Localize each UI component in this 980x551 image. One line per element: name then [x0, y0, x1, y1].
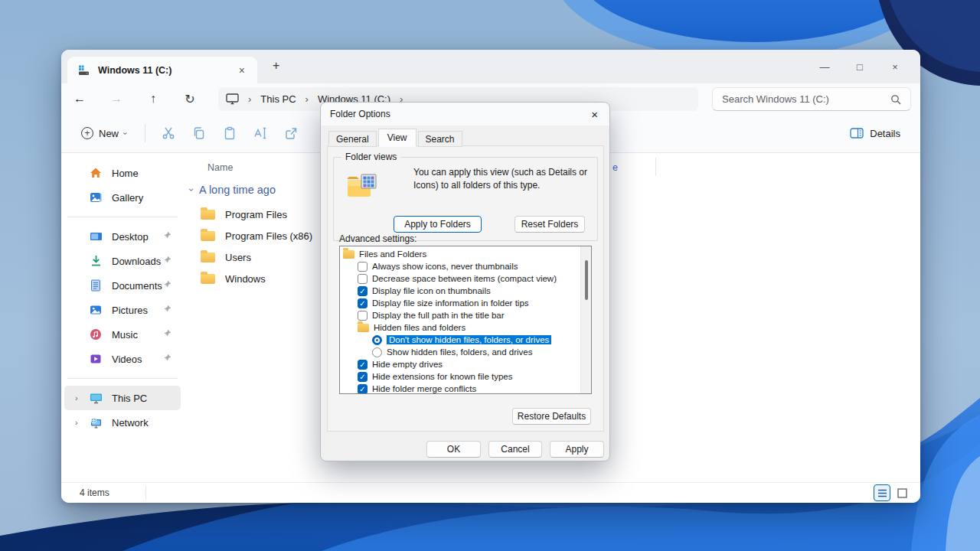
restore-defaults-button[interactable]: Restore Defaults — [512, 408, 591, 425]
checkbox[interactable] — [358, 372, 368, 382]
copy-button[interactable] — [184, 120, 214, 146]
apply-button[interactable]: Apply — [550, 441, 604, 458]
pin-icon — [163, 256, 172, 264]
rename-button[interactable] — [245, 120, 276, 146]
advanced-setting-row[interactable]: Display file size information in folder … — [340, 297, 591, 309]
up-button[interactable]: ↑ — [135, 92, 172, 106]
column-separator — [655, 158, 656, 176]
setting-label: Show hidden files, folders, and drives — [387, 347, 533, 357]
maximize-button[interactable]: □ — [842, 61, 877, 73]
chevron-down-icon: › — [121, 132, 129, 134]
setting-label: Hide extensions for known file types — [372, 372, 512, 381]
breadcrumb-this-pc[interactable]: This PC — [260, 93, 296, 105]
refresh-button[interactable]: ↻ — [172, 92, 208, 106]
advanced-setting-row[interactable]: Don't show hidden files, folders, or dri… — [340, 334, 591, 346]
new-button[interactable]: + New › — [74, 122, 134, 144]
advanced-setting-row[interactable]: Hide extensions for known file types — [340, 370, 591, 383]
sidebar-item-downloads[interactable]: Downloads — [64, 249, 181, 273]
gallery-icon — [89, 191, 103, 204]
sidebar-divider — [67, 378, 178, 379]
forward-button[interactable]: → — [98, 92, 135, 106]
tab-close-icon[interactable]: × — [234, 64, 250, 77]
scrollbar-track[interactable] — [580, 246, 591, 393]
cut-button[interactable] — [153, 120, 184, 146]
large-icons-icon — [897, 488, 907, 498]
new-tab-button[interactable]: + — [266, 59, 286, 73]
sidebar-item-music[interactable]: Music — [64, 322, 181, 347]
search-placeholder: Search Windows 11 (C:) — [722, 93, 890, 105]
checkbox[interactable] — [358, 311, 368, 321]
sidebar-divider — [67, 217, 178, 217]
radio-button[interactable] — [372, 335, 382, 345]
chevron-down-icon[interactable]: › — [186, 188, 197, 191]
checkbox[interactable] — [358, 384, 368, 394]
breadcrumb-separator: › — [248, 93, 251, 105]
sidebar-item-documents[interactable]: Documents — [64, 273, 181, 298]
reset-folders-button[interactable]: Reset Folders — [514, 216, 585, 233]
setting-label: Display the full path in the title bar — [372, 311, 505, 320]
advanced-setting-row[interactable]: Hide folder merge conflicts — [340, 383, 591, 394]
ok-button[interactable]: OK — [426, 441, 481, 458]
minimize-button[interactable]: — — [807, 61, 842, 73]
checkbox[interactable] — [358, 298, 368, 308]
column-header-name[interactable]: Name — [207, 162, 233, 173]
tab-search[interactable]: Search — [418, 131, 462, 147]
pin-icon — [163, 305, 172, 313]
network-icon — [89, 416, 103, 429]
file-name: Windows — [225, 273, 266, 285]
icons-view-toggle[interactable] — [894, 485, 910, 500]
advanced-setting-row[interactable]: Files and Folders — [340, 248, 591, 260]
back-button[interactable]: ← — [61, 92, 98, 106]
sidebar-item-videos[interactable]: Videos — [64, 347, 181, 371]
tab-bar: Windows 11 (C:) × + — □ × — [61, 50, 920, 83]
sidebar-item-desktop[interactable]: Desktop — [64, 224, 181, 249]
paste-button[interactable] — [214, 120, 245, 146]
advanced-setting-row[interactable]: Display file icon on thumbnails — [340, 285, 591, 297]
folder-views-description: You can apply this view (such as Details… — [413, 166, 593, 191]
tab-general[interactable]: General — [328, 131, 377, 147]
search-input[interactable]: Search Windows 11 (C:) — [712, 87, 911, 111]
advanced-setting-row[interactable]: Show hidden files, folders, and drives — [340, 346, 591, 358]
folder-icon — [201, 274, 215, 284]
pin-icon — [163, 329, 172, 337]
search-icon — [890, 94, 901, 105]
videos-icon — [89, 352, 103, 366]
advanced-settings-list[interactable]: Files and Folders Always show icons, nev… — [339, 246, 592, 394]
checkbox[interactable] — [358, 286, 368, 296]
setting-label: Hide empty drives — [372, 360, 443, 369]
checkbox[interactable] — [358, 274, 368, 284]
sidebar-item-network[interactable]: › Network — [64, 410, 181, 435]
group-header[interactable]: › A long time ago — [190, 184, 276, 196]
advanced-setting-row[interactable]: Hidden files and folders — [340, 321, 591, 334]
advanced-setting-row[interactable]: Always show icons, never thumbnails — [340, 260, 591, 272]
cancel-button[interactable]: Cancel — [488, 441, 542, 458]
documents-icon — [89, 279, 103, 292]
advanced-setting-row[interactable]: Hide empty drives — [340, 358, 591, 370]
tab-view[interactable]: View — [378, 129, 416, 147]
advanced-setting-row[interactable]: Display the full path in the title bar — [340, 309, 591, 321]
apply-to-folders-button[interactable]: Apply to Folders — [394, 216, 482, 233]
radio-button[interactable] — [372, 347, 382, 357]
advanced-setting-row[interactable]: Decrease space between items (compact vi… — [340, 272, 591, 285]
sidebar-item-pictures[interactable]: Pictures — [64, 298, 181, 322]
chevron-right-icon[interactable]: › — [75, 418, 89, 427]
column-header-partial[interactable]: e — [612, 162, 618, 173]
sidebar-item-home[interactable]: Home — [64, 161, 181, 185]
chevron-right-icon[interactable]: › — [75, 393, 89, 403]
details-view-button[interactable]: Details — [844, 123, 906, 144]
scrollbar-thumb[interactable] — [585, 260, 588, 300]
details-view-toggle[interactable] — [874, 485, 890, 500]
dialog-close-icon[interactable]: × — [589, 108, 600, 121]
share-button[interactable] — [276, 120, 306, 146]
checkbox[interactable] — [358, 360, 368, 370]
plus-icon: + — [81, 127, 93, 139]
setting-label: Hide folder merge conflicts — [372, 384, 476, 393]
folder-views-group: Folder views You can apply this view (su… — [333, 157, 598, 241]
sidebar-item-this-pc[interactable]: › This PC — [64, 386, 181, 410]
sidebar-item-gallery[interactable]: Gallery — [64, 185, 181, 210]
close-button[interactable]: × — [877, 61, 913, 73]
checkbox[interactable] — [358, 262, 368, 272]
explorer-tab[interactable]: Windows 11 (C:) × — [67, 57, 257, 83]
setting-label: Display file icon on thumbnails — [372, 286, 491, 295]
monitor-icon — [226, 93, 239, 105]
